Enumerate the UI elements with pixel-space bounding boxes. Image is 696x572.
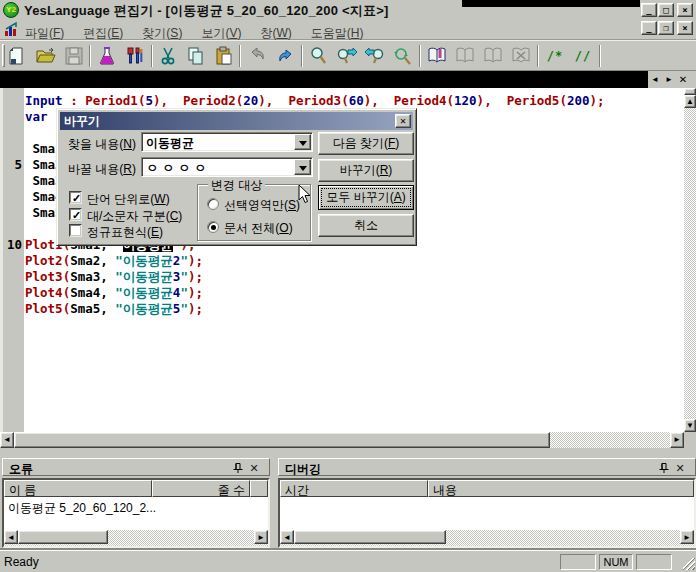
checkbox-box[interactable] — [69, 224, 82, 237]
toolbar: /* // — [0, 40, 696, 71]
scroll-up-button[interactable]: ▲ — [684, 95, 696, 108]
minimize-button[interactable]: _ — [641, 3, 657, 17]
column-header[interactable]: 내용 — [428, 480, 694, 497]
splitter-nub[interactable] — [684, 88, 696, 95]
replace-button[interactable] — [391, 44, 415, 68]
flask-icon — [97, 46, 117, 66]
book-next-button[interactable] — [481, 44, 505, 68]
checkbox-box[interactable]: ✓ — [69, 191, 82, 204]
error-row[interactable]: 이동평균 5_20_60_120_2... — [8, 500, 156, 517]
radio-button[interactable] — [207, 198, 219, 210]
book-prev-button[interactable] — [453, 44, 477, 68]
code-line: Plot4(Sma4, "이동평균4"); — [25, 285, 605, 301]
scroll-left-button[interactable]: ◄ — [4, 530, 18, 544]
editor-vertical-scrollbar[interactable]: ▲ ▼ — [684, 88, 696, 432]
errors-list[interactable]: 이 름줄 수 이동평균 5_20_60_120_2... ◄ ► — [2, 478, 270, 548]
scroll-thumb[interactable] — [18, 530, 108, 544]
line-number-gutter: 510 — [3, 88, 24, 432]
dialog-close-button[interactable]: ✕ — [395, 114, 411, 128]
checkbox-box[interactable]: ✓ — [69, 208, 82, 221]
comment-line-button[interactable]: // — [571, 44, 595, 68]
menu-bar: 파일(F)편집(E)찾기(S)보기(V)창(W)도움말(H) _ ❐ × — [0, 19, 696, 40]
tab-close-button[interactable]: ✕ — [676, 73, 690, 86]
mouse-cursor — [298, 184, 312, 206]
mdi-close-button[interactable]: × — [677, 21, 693, 35]
book-gray-icon — [454, 46, 476, 66]
verify-button[interactable] — [95, 44, 119, 68]
find-prev-button[interactable] — [363, 44, 387, 68]
debug-close-icon[interactable]: ✕ — [674, 462, 686, 474]
dialog-button[interactable]: 모두 바꾸기(A) — [318, 185, 414, 210]
pin-icon[interactable] — [657, 462, 669, 474]
debug-panel-title: 디버깅 — [285, 461, 321, 478]
column-header-stub — [250, 480, 268, 497]
undo-icon — [246, 46, 268, 66]
save-icon — [64, 46, 84, 66]
column-header[interactable]: 이 름 — [4, 480, 152, 497]
window-title: YesLanguage 편집기 - [이동평균 5_20_60_120_200 … — [24, 2, 389, 20]
build-tools-button[interactable] — [123, 44, 147, 68]
debug-panel: 디버깅 ✕ 시간내용 ◄ ► — [276, 455, 696, 548]
open-file-button[interactable] — [34, 44, 58, 68]
paste-button[interactable] — [212, 44, 236, 68]
debug-list[interactable]: 시간내용 ◄ ► — [278, 478, 696, 548]
scroll-right-button[interactable]: ► — [680, 530, 694, 544]
column-header[interactable]: 줄 수 — [152, 480, 250, 497]
new-file-button[interactable] — [6, 44, 30, 68]
errors-panel-titlebar: 오류 ✕ — [2, 458, 270, 476]
scroll-left-button[interactable]: ◄ — [0, 432, 14, 448]
redo-button[interactable] — [273, 44, 297, 68]
copy-button[interactable] — [184, 44, 208, 68]
radio-button[interactable] — [207, 221, 219, 233]
find-button[interactable] — [307, 44, 331, 68]
scroll-right-button[interactable]: ► — [254, 530, 268, 544]
replace-combobox[interactable]: ㅇㅇㅇㅇ — [141, 157, 313, 177]
dialog-button[interactable]: 취소 — [318, 214, 414, 237]
status-message: Ready — [4, 555, 39, 569]
save-button[interactable] — [62, 44, 86, 68]
scroll-down-button[interactable]: ▼ — [684, 419, 696, 432]
pin-icon[interactable] — [231, 462, 243, 474]
resize-grip[interactable] — [683, 558, 695, 570]
column-header[interactable]: 시간 — [280, 480, 428, 497]
scroll-thumb[interactable] — [294, 530, 446, 544]
code-line: Plot2(Sma2, "이동평균2"); — [25, 253, 605, 269]
scroll-right-button[interactable]: ► — [670, 432, 684, 448]
debug-panel-titlebar: 디버깅 ✕ — [278, 458, 696, 476]
book-close-button[interactable] — [509, 44, 533, 68]
find-next-button[interactable] — [335, 44, 359, 68]
errors-close-icon[interactable]: ✕ — [248, 462, 260, 474]
checkbox-label: 단어 단위로(W) — [87, 191, 170, 208]
code-line: Plot5(Sma5, "이동평균5"); — [25, 301, 605, 317]
cut-button[interactable] — [156, 44, 180, 68]
undo-button[interactable] — [245, 44, 269, 68]
dialog-button[interactable]: 바꾸기(R) — [318, 159, 414, 182]
scroll-thumb[interactable] — [14, 432, 550, 448]
status-cell — [636, 554, 672, 570]
book-close-icon — [510, 46, 532, 66]
new-file-icon — [8, 46, 28, 66]
find-dropdown-button[interactable] — [294, 134, 311, 150]
tab-scroll-right-button[interactable]: ► — [662, 73, 676, 86]
scroll-left-button[interactable]: ◄ — [280, 530, 294, 544]
mdi-restore-button[interactable]: ❐ — [658, 21, 674, 35]
open-folder-icon — [36, 46, 56, 66]
mdi-minimize-button[interactable]: _ — [641, 21, 657, 35]
replace-dropdown-button[interactable] — [294, 159, 311, 175]
close-button[interactable]: × — [677, 3, 693, 17]
editor-horizontal-scrollbar[interactable]: ◄ ► — [0, 432, 684, 448]
find-combobox[interactable]: 이동평균 — [141, 132, 313, 152]
dialog-title: 바꾸기 — [64, 114, 100, 128]
dialog-button[interactable]: 다음 찾기(F) — [318, 132, 414, 155]
replace-dialog: 바꾸기 ✕ 찾을 내용(N) 이동평균 바꿀 내용(R) ㅇㅇㅇㅇ ✓단어 단위… — [56, 108, 417, 246]
document-icon — [4, 21, 22, 37]
scissors-icon — [158, 46, 178, 66]
dialog-title-bar[interactable]: 바꾸기 ✕ — [60, 112, 413, 130]
help-book-button[interactable] — [425, 44, 449, 68]
scrollbar-corner — [684, 432, 696, 448]
tab-scroll-left-button[interactable]: ◄ — [648, 73, 662, 86]
title-bar: Y2 YesLanguage 편집기 - [이동평균 5_20_60_120_2… — [0, 0, 696, 19]
maximize-button[interactable]: □ — [658, 3, 674, 17]
comment-block-button[interactable]: /* — [543, 44, 567, 68]
code-line: Input : Period1(5), Period2(20), Period3… — [25, 93, 605, 109]
